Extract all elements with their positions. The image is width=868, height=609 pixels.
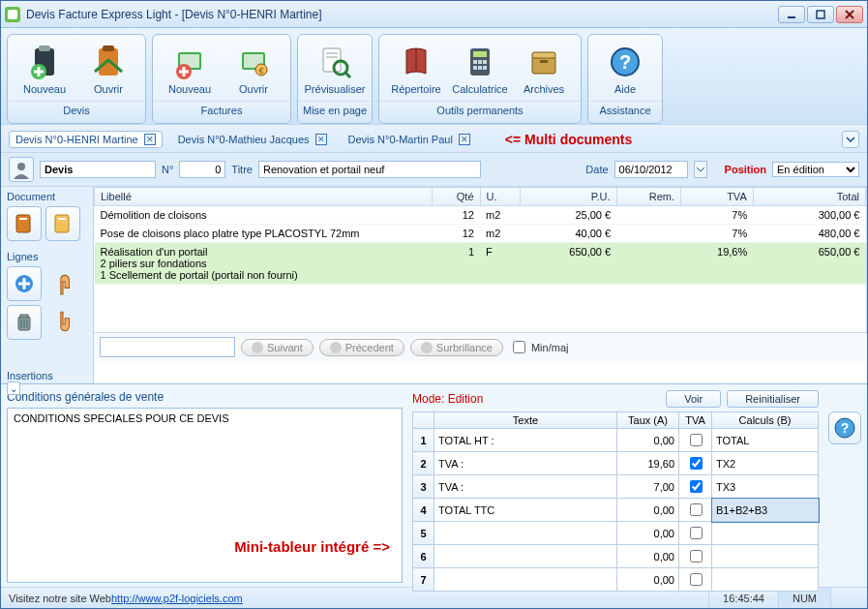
ribbon: NouveauOuvrirDevisNouveau€OuvrirFactures…	[1, 28, 867, 124]
position-label: Position	[725, 164, 766, 175]
svg-rect-36	[19, 218, 27, 220]
mini-row[interactable]: 60,00	[413, 545, 819, 568]
document-tool-2[interactable]	[45, 206, 80, 241]
col-tva[interactable]: TVA	[681, 188, 754, 206]
line-add-button[interactable]	[7, 266, 42, 301]
svg-rect-23	[473, 60, 477, 64]
mini-row[interactable]: 1TOTAL HT :0,00TOTAL	[413, 429, 819, 452]
mini-col-tva[interactable]: TVA	[679, 412, 712, 429]
mini-col-taux[interactable]: Taux (A)	[617, 412, 679, 429]
search-case-checkbox[interactable]: Min/maj	[509, 338, 569, 356]
calculator-icon	[461, 43, 499, 81]
ribbon-invoice-new-button[interactable]: Nouveau	[159, 39, 221, 99]
left-tool-panel: Document Lignes Insertions	[1, 187, 94, 383]
document-tab[interactable]: Devis N°0-Martin Paul✕	[343, 131, 476, 148]
mini-tva-checkbox[interactable]	[690, 527, 703, 539]
line-delete-button[interactable]	[7, 305, 42, 340]
ribbon-directory-button[interactable]: Répertoire	[385, 39, 447, 99]
invoice-new-icon	[170, 43, 209, 81]
svg-rect-27	[478, 66, 482, 70]
ribbon-btn-label: Nouveau	[23, 83, 66, 95]
cgv-title: Conditions générales de vente	[7, 390, 403, 404]
line-point-down-icon[interactable]	[45, 305, 80, 340]
tabs-more-button[interactable]	[842, 131, 859, 148]
mini-tva-checkbox[interactable]	[690, 457, 703, 470]
svg-line-20	[345, 73, 350, 77]
ribbon-calculator-button[interactable]: Calculatrice	[449, 39, 511, 99]
mini-reset-button[interactable]: Reinitialiser	[727, 390, 819, 408]
tab-close-icon[interactable]: ✕	[459, 134, 470, 145]
minimize-button[interactable]	[778, 6, 805, 23]
highlight-icon	[421, 342, 433, 353]
col-total[interactable]: Total	[753, 188, 865, 206]
document-tab[interactable]: Devis N°0-HENRI Martine✕	[9, 131, 163, 148]
col-qte[interactable]: Qté	[432, 188, 480, 206]
collapse-lower-button[interactable]: ⌄	[7, 381, 20, 395]
search-prev-button[interactable]: Précedent	[319, 339, 404, 356]
document-tool-1[interactable]	[7, 206, 42, 241]
ribbon-clipboard-open-button[interactable]: Ouvrir	[77, 39, 139, 99]
mini-tva-checkbox[interactable]	[690, 573, 703, 586]
svg-rect-31	[540, 60, 548, 63]
mini-tva-checkbox[interactable]	[690, 480, 703, 493]
document-type-input[interactable]	[40, 161, 156, 178]
document-number-input[interactable]	[179, 161, 225, 178]
tab-close-icon[interactable]: ✕	[315, 134, 327, 145]
status-text: Visitez notre site Web	[9, 593, 111, 604]
mini-tva-checkbox[interactable]	[690, 550, 703, 563]
mini-col-texte[interactable]: Texte	[434, 412, 617, 429]
mini-voir-button[interactable]: Voir	[666, 390, 721, 408]
col-u[interactable]: U.	[480, 188, 521, 206]
mini-table[interactable]: Texte Taux (A) TVA Calculs (B) 1TOTAL HT…	[412, 411, 819, 592]
help-button[interactable]: ?	[828, 411, 861, 444]
maximize-button[interactable]	[807, 6, 834, 23]
line-point-up-icon[interactable]	[45, 266, 80, 301]
mini-row[interactable]: 2TVA :19,60TX2	[413, 452, 819, 475]
search-next-button[interactable]: Suivant	[241, 339, 314, 356]
svg-rect-8	[103, 46, 114, 51]
invoice-open-icon: €	[234, 43, 273, 81]
position-select[interactable]: En édition	[772, 162, 859, 177]
titre-label: Titre	[231, 164, 253, 175]
window-title: Devis Facture Express Light - [Devis N°0…	[26, 8, 778, 21]
mini-row[interactable]: 4TOTAL TTC0,00B1+B2+B3	[413, 499, 819, 522]
svg-rect-26	[473, 66, 477, 70]
mini-row[interactable]: 50,00	[413, 522, 819, 545]
ribbon-help-button[interactable]: ?Aide	[594, 39, 656, 99]
svg-text:?: ?	[841, 420, 850, 436]
ribbon-group-label: Outils permanents	[379, 101, 581, 123]
mini-col-calculs[interactable]: Calculs (B)	[712, 412, 819, 429]
ribbon-preview-button[interactable]: Prévisualiser	[304, 39, 366, 99]
tab-close-icon[interactable]: ✕	[144, 134, 156, 145]
search-highlight-button[interactable]: Surbrillance	[410, 339, 503, 356]
mini-row[interactable]: 70,00	[413, 568, 819, 592]
mini-tva-checkbox[interactable]	[690, 434, 703, 446]
svg-rect-41	[20, 315, 28, 318]
col-rem[interactable]: Rem.	[616, 188, 680, 206]
help-icon: ?	[606, 43, 644, 81]
ribbon-btn-label: Répertoire	[391, 83, 440, 95]
document-title-input[interactable]	[258, 161, 481, 178]
chevron-down-icon	[697, 166, 704, 173]
table-row[interactable]: Pose de cloisons placo platre type PLACO…	[95, 225, 866, 243]
mini-row[interactable]: 3TVA :7,00TX3	[413, 475, 819, 499]
ribbon-invoice-open-button[interactable]: €Ouvrir	[223, 39, 284, 99]
date-picker-button[interactable]	[694, 161, 707, 178]
status-website-link[interactable]: http://www.p2f-logiciels.com	[111, 593, 243, 604]
ribbon-archives-button[interactable]: Archives	[513, 39, 575, 99]
document-date-input[interactable]	[614, 161, 688, 178]
document-tab[interactable]: Devis N°0-Mathieu Jacques✕	[172, 131, 333, 148]
ribbon-group-outils-permanents: RépertoireCalculatriceArchivesOutils per…	[378, 34, 582, 124]
client-avatar-icon[interactable]	[9, 157, 34, 182]
line-search-input[interactable]	[100, 337, 235, 357]
ribbon-group-label: Factures	[153, 101, 290, 123]
mini-tva-checkbox[interactable]	[690, 503, 703, 516]
table-row[interactable]: Réalisation d'un portail 2 piliers sur f…	[95, 243, 866, 285]
cgv-textarea[interactable]: CONDITIONS SPECIALES POUR CE DEVIS Mini-…	[7, 408, 403, 583]
line-items-table[interactable]: Libellé Qté U. P.U. Rem. TVA Total Démol…	[94, 187, 866, 285]
col-libelle[interactable]: Libellé	[95, 188, 433, 206]
col-pu[interactable]: P.U.	[521, 188, 617, 206]
close-button[interactable]	[836, 6, 863, 23]
ribbon-clipboard-new-button[interactable]: Nouveau	[14, 39, 75, 99]
table-row[interactable]: Démolition de cloisons12m225,00 €7%300,0…	[95, 206, 866, 225]
